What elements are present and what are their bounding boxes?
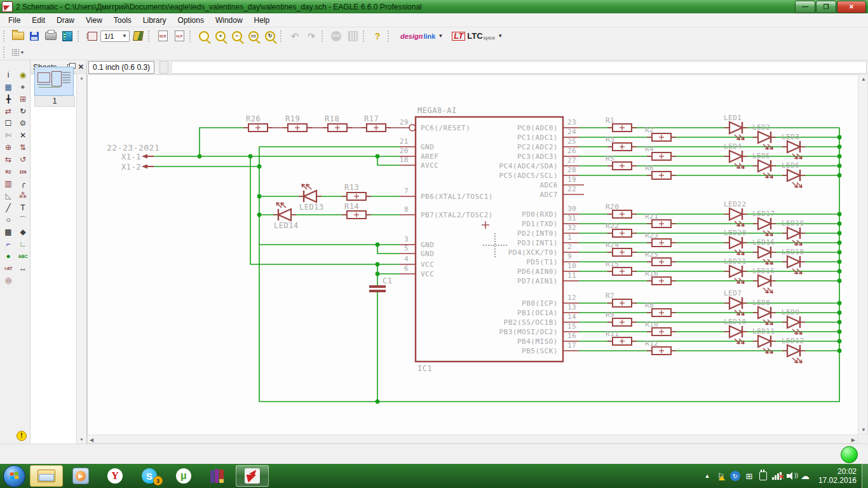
- taskbar-clock[interactable]: 20:02 17.02.2016: [818, 467, 857, 485]
- scroll-up-icon[interactable]: ▲: [77, 76, 86, 80]
- volume-icon[interactable]: )): [784, 468, 798, 484]
- miter-tool[interactable]: ╭: [16, 178, 30, 189]
- show-desktop-button[interactable]: [862, 464, 868, 488]
- scroll-down-icon[interactable]: ▼: [77, 437, 86, 442]
- vertical-scrollbar[interactable]: ▲ ▼: [858, 74, 868, 435]
- open-button[interactable]: [10, 29, 25, 43]
- sync-icon[interactable]: ↻: [728, 468, 742, 484]
- schematic-canvas[interactable]: 29PC6(/RESET)21GND20AREF18AVCC7PB6(XTAL1…: [87, 74, 858, 435]
- scroll-up-icon[interactable]: ▲: [861, 76, 866, 82]
- stop-button[interactable]: STOP: [329, 29, 344, 43]
- board-switch-button[interactable]: [85, 29, 100, 43]
- minimize-button[interactable]: —: [795, 1, 815, 13]
- menu-file[interactable]: File: [3, 14, 26, 27]
- display-tool[interactable]: ▦: [1, 81, 15, 93]
- pinswap-tool[interactable]: ⇅: [16, 142, 30, 153]
- menu-tools[interactable]: Tools: [108, 14, 137, 27]
- split-tool[interactable]: ◺: [1, 190, 15, 201]
- polygon-tool[interactable]: ◆: [16, 226, 30, 238]
- help-button[interactable]: ?: [370, 29, 385, 43]
- sheet-selector[interactable]: 1/1▼: [100, 30, 130, 42]
- circle-tool[interactable]: ○: [1, 214, 15, 226]
- menu-options[interactable]: Options: [172, 14, 210, 27]
- gateswap-tool[interactable]: ⇆: [1, 154, 15, 165]
- taskbar-skype[interactable]: S3: [133, 465, 166, 487]
- show-tool[interactable]: ◉: [16, 69, 30, 81]
- mirror-tool[interactable]: ⇄: [1, 105, 15, 117]
- start-button[interactable]: [3, 465, 25, 487]
- scroll-right-icon[interactable]: ▶: [851, 437, 855, 443]
- ltcspice-button[interactable]: LT LTC spice ▼: [452, 31, 505, 41]
- horizontal-scrollbar[interactable]: ◀ ▶: [87, 435, 858, 444]
- delete-tool[interactable]: ✕: [16, 130, 30, 141]
- group-tool[interactable]: ☐: [1, 118, 15, 129]
- attribute-tool[interactable]: >AT: [1, 262, 15, 274]
- print-button[interactable]: [43, 29, 58, 43]
- arc-tool[interactable]: ⌒: [16, 214, 30, 226]
- menu-window[interactable]: Window: [210, 14, 248, 27]
- scroll-left-icon[interactable]: ◀: [90, 437, 93, 443]
- rect-tool[interactable]: ▩: [1, 226, 15, 238]
- close-button[interactable]: ✕: [837, 1, 866, 13]
- run-script-button[interactable]: SCR: [155, 29, 170, 43]
- copy-tool[interactable]: ⊞: [16, 93, 30, 105]
- power-plug-icon[interactable]: [756, 468, 770, 484]
- taskbar-media-player[interactable]: ▶: [64, 465, 97, 487]
- taskbar-utorrent[interactable]: µ: [167, 465, 200, 487]
- restore-button[interactable]: ❐: [816, 1, 836, 13]
- move-tool[interactable]: ╋: [1, 93, 15, 105]
- redo-button[interactable]: ↷: [304, 29, 319, 43]
- add-tool[interactable]: ⊕: [1, 142, 15, 153]
- undo-button[interactable]: ↶: [287, 29, 302, 43]
- info-tool[interactable]: i: [1, 69, 15, 81]
- smash-tool[interactable]: ▥: [1, 178, 15, 189]
- rotate-tool[interactable]: ↻: [16, 105, 30, 117]
- command-line-input[interactable]: [171, 61, 867, 74]
- sheet-thumbnail[interactable]: 1: [34, 67, 74, 107]
- zoom-redraw-button[interactable]: ↻: [262, 29, 278, 43]
- taskbar-winrar[interactable]: [201, 465, 234, 487]
- name-tool[interactable]: R2: [1, 166, 15, 177]
- sheets-scrollbar[interactable]: ▲ ▼: [76, 74, 86, 444]
- designlink-button[interactable]: designlink ▼: [400, 32, 445, 40]
- net-tool[interactable]: ∟: [16, 238, 30, 250]
- schematic-drawing[interactable]: 29PC6(/RESET)21GND20AREF18AVCC7PB6(XTAL1…: [88, 75, 858, 435]
- zoom-select-button[interactable]: ▭: [246, 29, 261, 43]
- save-button[interactable]: [27, 29, 42, 43]
- invoke-tool[interactable]: ⁂: [16, 190, 30, 201]
- menu-help[interactable]: Help: [248, 14, 276, 27]
- command-history-button[interactable]: [159, 61, 168, 74]
- change-tool[interactable]: ⚙: [16, 118, 30, 129]
- dimension-tool[interactable]: ↔: [16, 262, 30, 274]
- scroll-down-icon[interactable]: ▼: [861, 427, 866, 433]
- taskbar-eagle[interactable]: [236, 465, 269, 487]
- run-ulp-button[interactable]: ULP: [172, 29, 187, 43]
- wire-tool[interactable]: ╱: [1, 202, 15, 214]
- cloud-sync-icon[interactable]: ☁: [798, 468, 812, 484]
- text-tool[interactable]: T: [16, 202, 30, 214]
- close-panel-icon[interactable]: ✕: [78, 63, 84, 71]
- menu-library[interactable]: Library: [137, 14, 172, 27]
- paste-tool[interactable]: ✄: [1, 130, 15, 141]
- mark-tool[interactable]: ⌖: [16, 81, 30, 93]
- grid-button[interactable]: ⣿⣿ ▼: [10, 45, 25, 59]
- value-tool[interactable]: 10k: [16, 166, 30, 177]
- menu-edit[interactable]: Edit: [26, 14, 51, 27]
- action-center-flag-icon[interactable]: ⚐: [714, 468, 728, 484]
- zoom-fit-button[interactable]: [196, 29, 212, 43]
- cam-processor-button[interactable]: [60, 29, 75, 43]
- label-tool[interactable]: ABC: [16, 250, 30, 262]
- language-indicator-icon[interactable]: ⊞: [742, 468, 756, 484]
- errors-tool[interactable]: !: [17, 431, 27, 441]
- ratsnest-button[interactable]: [345, 29, 360, 43]
- junction-tool[interactable]: ●: [1, 250, 15, 262]
- zoom-in-button[interactable]: +: [213, 29, 228, 43]
- menu-view[interactable]: View: [80, 14, 108, 27]
- bus-tool[interactable]: ⌐: [1, 238, 15, 250]
- taskbar-yandex-browser[interactable]: Y: [98, 465, 132, 487]
- taskbar-explorer[interactable]: [30, 465, 63, 487]
- menu-draw[interactable]: Draw: [51, 14, 80, 27]
- tray-expand-icon[interactable]: ▲: [700, 468, 714, 484]
- zoom-out-button[interactable]: −: [229, 29, 245, 43]
- replace-tool[interactable]: ↺: [16, 154, 30, 165]
